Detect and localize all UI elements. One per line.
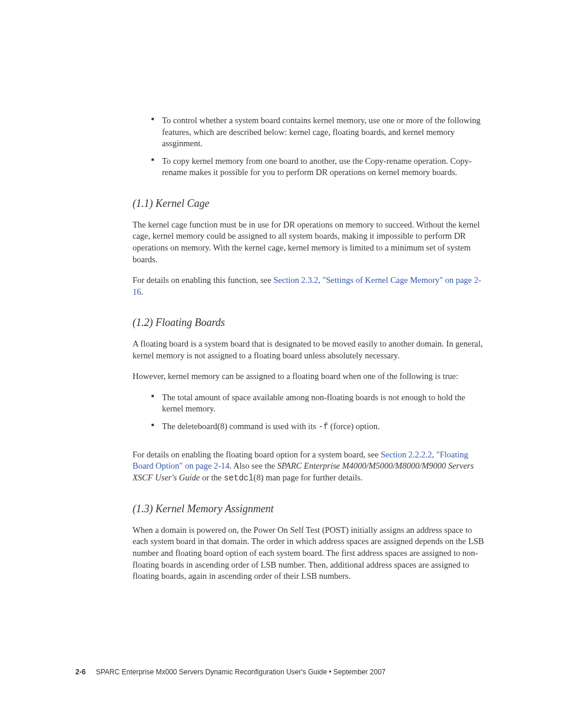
- body-text: However, kernel memory can be assigned t…: [133, 371, 485, 383]
- text-span: For details on enabling the floating boa…: [133, 450, 381, 459]
- body-text: A floating board is a system board that …: [133, 338, 485, 361]
- floating-bullet-list: The total amount of space available amon…: [151, 392, 485, 433]
- heading-kernel-memory-assignment: (1.3) Kernel Memory Assignment: [133, 503, 485, 515]
- text-span: (8) man page for further details.: [253, 473, 362, 482]
- body-text: For details on enabling the floating boa…: [133, 449, 485, 484]
- list-item: To control whether a system board contai…: [151, 115, 485, 150]
- body-text: When a domain is powered on, the Power O…: [133, 525, 485, 582]
- list-item: To copy kernel memory from one board to …: [151, 156, 485, 179]
- heading-floating-boards: (1.2) Floating Boards: [133, 317, 485, 329]
- text-span: or the: [200, 473, 224, 482]
- text-span: . Also see the: [230, 461, 277, 470]
- text-span: The deleteboard(8) command is used with …: [162, 421, 318, 431]
- list-item: The deleteboard(8) command is used with …: [151, 421, 485, 433]
- heading-kernel-cage: (1.1) Kernel Cage: [133, 197, 485, 210]
- page-number: 2-6: [75, 668, 85, 676]
- page-content: To control whether a system board contai…: [0, 0, 562, 582]
- page-footer: 2-6 SPARC Enterprise Mx000 Servers Dynam…: [75, 668, 386, 676]
- body-text: The kernel cage function must be in use …: [133, 219, 485, 265]
- footer-doc-title: SPARC Enterprise Mx000 Servers Dynamic R…: [96, 668, 386, 676]
- top-bullet-list: To control whether a system board contai…: [151, 115, 485, 179]
- text-span: For details on enabling this function, s…: [133, 275, 273, 285]
- text-span: .: [141, 287, 144, 297]
- code-text: setdcl: [224, 473, 253, 483]
- body-text: For details on enabling this function, s…: [133, 275, 485, 298]
- text-span: (force) option.: [328, 421, 379, 431]
- list-item: The total amount of space available amon…: [151, 392, 485, 415]
- code-text: -f: [318, 422, 328, 431]
